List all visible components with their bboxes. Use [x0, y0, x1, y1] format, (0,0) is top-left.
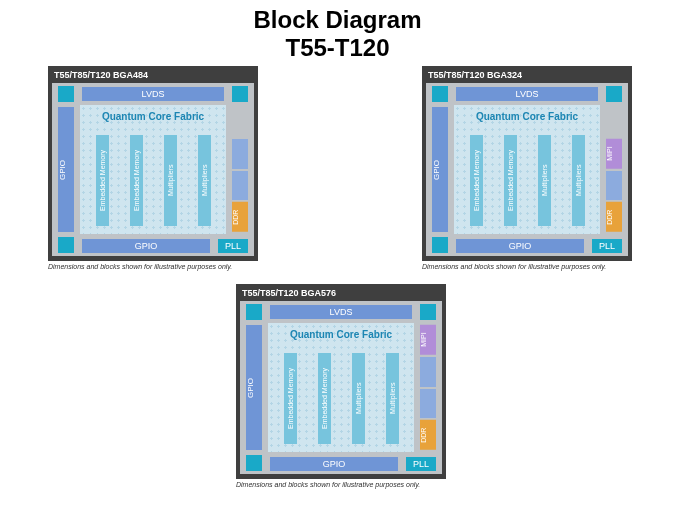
multipliers-col: Multipliers	[352, 353, 365, 444]
side-block	[606, 171, 622, 201]
corner-block	[58, 86, 74, 102]
embedded-memory-col: Embedded Memory	[504, 135, 517, 226]
corner-block	[420, 304, 436, 320]
side-block	[232, 139, 248, 169]
side-block	[232, 171, 248, 201]
corner-block	[232, 86, 248, 102]
gpio-left-block: GPIO	[246, 325, 262, 450]
ddr-block: DDR	[606, 202, 622, 232]
gpio-bottom-block: GPIO	[270, 457, 398, 471]
corner-block	[246, 455, 262, 471]
gpio-left-block: GPIO	[58, 107, 74, 232]
pll-block: PLL	[592, 239, 622, 253]
card-bga324: T55/T85/T120 BGA324 LVDS GPIO MIPI DDR Q…	[422, 66, 632, 261]
embedded-memory-col: Embedded Memory	[284, 353, 297, 444]
mipi-block: MIPI	[606, 139, 622, 169]
gpio-left-block: GPIO	[432, 107, 448, 232]
lvds-block: LVDS	[270, 305, 412, 319]
multipliers-col: Multipliers	[386, 353, 399, 444]
core-fabric: Quantum Core Fabric Embedded Memory Embe…	[80, 105, 226, 234]
footnote: Dimensions and blocks shown for illustra…	[48, 263, 232, 270]
corner-block	[58, 237, 74, 253]
corner-block	[432, 237, 448, 253]
ddr-block: DDR	[420, 420, 436, 450]
gpio-bottom-block: GPIO	[82, 239, 210, 253]
card-title: T55/T85/T120 BGA324	[428, 70, 628, 80]
fabric-label: Quantum Core Fabric	[80, 111, 226, 122]
gpio-bottom-block: GPIO	[456, 239, 584, 253]
footnote: Dimensions and blocks shown for illustra…	[236, 481, 420, 488]
fabric-label: Quantum Core Fabric	[454, 111, 600, 122]
side-block	[420, 389, 436, 419]
pll-block: PLL	[218, 239, 248, 253]
card-bga576: T55/T85/T120 BGA576 LVDS GPIO MIPI DDR Q…	[236, 284, 446, 479]
multipliers-col: Multipliers	[572, 135, 585, 226]
chip-body: LVDS GPIO MIPI DDR Quantum Core Fabric E…	[240, 301, 442, 474]
side-block	[232, 107, 248, 137]
core-fabric: Quantum Core Fabric Embedded Memory Embe…	[454, 105, 600, 234]
chip-body: LVDS GPIO MIPI DDR Quantum Core Fabric E…	[426, 83, 628, 256]
fabric-label: Quantum Core Fabric	[268, 329, 414, 340]
footnote: Dimensions and blocks shown for illustra…	[422, 263, 606, 270]
mipi-block: MIPI	[420, 325, 436, 355]
lvds-block: LVDS	[82, 87, 224, 101]
multipliers-col: Multipliers	[164, 135, 177, 226]
chip-body: LVDS GPIO DDR Quantum Core Fabric Embedd…	[52, 83, 254, 256]
ddr-block: DDR	[232, 202, 248, 232]
card-title: T55/T85/T120 BGA484	[54, 70, 254, 80]
embedded-memory-col: Embedded Memory	[96, 135, 109, 226]
lvds-block: LVDS	[456, 87, 598, 101]
card-bga484: T55/T85/T120 BGA484 LVDS GPIO DDR Quantu…	[48, 66, 258, 261]
side-block	[420, 357, 436, 387]
embedded-memory-col: Embedded Memory	[130, 135, 143, 226]
corner-block	[246, 304, 262, 320]
corner-block	[606, 86, 622, 102]
corner-block	[432, 86, 448, 102]
embedded-memory-col: Embedded Memory	[318, 353, 331, 444]
embedded-memory-col: Embedded Memory	[470, 135, 483, 226]
multipliers-col: Multipliers	[538, 135, 551, 226]
card-title: T55/T85/T120 BGA576	[242, 288, 442, 298]
multipliers-col: Multipliers	[198, 135, 211, 226]
side-block	[606, 107, 622, 137]
core-fabric: Quantum Core Fabric Embedded Memory Embe…	[268, 323, 414, 452]
pll-block: PLL	[406, 457, 436, 471]
